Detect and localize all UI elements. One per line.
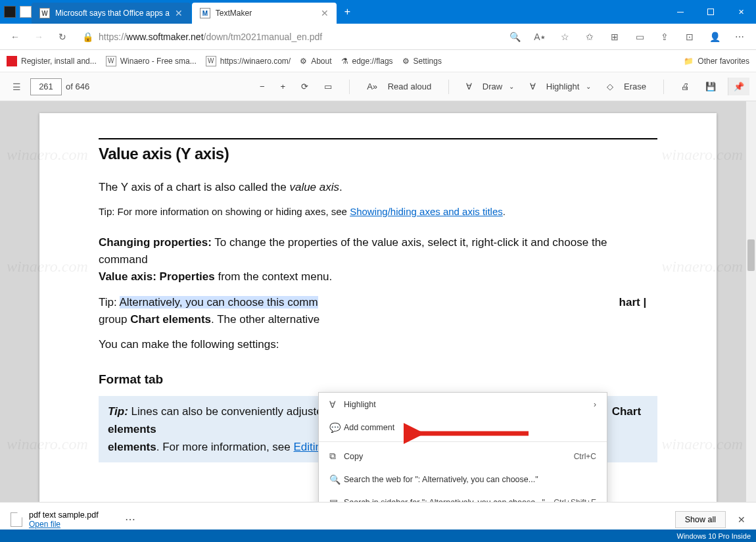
gear-icon: ⚙: [300, 57, 307, 66]
context-menu: ∀Highlight› 💬Add comment ⧉CopyCtrl+C 🔍Se…: [318, 392, 607, 502]
rotate-button[interactable]: ⟳: [297, 79, 312, 94]
maximize-button[interactable]: [696, 0, 726, 24]
erase-button[interactable]: ◇ Erase: [603, 79, 650, 94]
show-all-button[interactable]: Show all: [675, 511, 726, 528]
menu-item-copy[interactable]: ⧉CopyCtrl+C: [319, 445, 607, 468]
forward-button: →: [29, 27, 49, 47]
refresh-button[interactable]: ↻: [53, 27, 72, 47]
qr-button[interactable]: ▭: [628, 27, 651, 47]
bookmark-item[interactable]: Register, install and...: [7, 56, 97, 66]
annotation-arrow: [404, 422, 535, 445]
paragraph: Changing properties: To change the prope…: [99, 234, 657, 286]
bookmark-icon: W: [206, 56, 216, 66]
pdf-viewport[interactable]: Value axis (Y axis) The Y axis of a char…: [0, 101, 756, 502]
close-icon[interactable]: ✕: [738, 514, 745, 525]
bookmark-item[interactable]: WWinaero - Free sma...: [106, 56, 197, 66]
open-file-link[interactable]: Open file: [29, 520, 60, 529]
menu-item-highlight[interactable]: ∀Highlight›: [319, 393, 607, 416]
close-button[interactable]: ✕: [726, 0, 756, 24]
scroll-thumb[interactable]: [747, 239, 755, 271]
collections-button[interactable]: ⊞: [603, 27, 626, 47]
favorites-list-button[interactable]: ✩: [579, 27, 601, 47]
download-filename: pdf text sample.pdf: [29, 510, 99, 520]
download-item[interactable]: pdf text sample.pdf Open file ⋯: [11, 510, 135, 529]
watermark: winaero.com: [7, 258, 88, 276]
profile-button[interactable]: 👤: [703, 27, 726, 47]
bookmark-item[interactable]: Whttps://winaero.com/: [206, 56, 291, 66]
highlighter-icon: ∀: [530, 82, 536, 91]
text-selection: Alternatively, you can choose this comm: [120, 296, 318, 308]
read-button[interactable]: A٭: [529, 27, 551, 47]
print-button[interactable]: 🖨: [677, 79, 694, 94]
draw-button[interactable]: ∀ Draw ⌄: [462, 79, 518, 94]
page-heading: Value axis (Y axis): [99, 145, 657, 163]
app-icon: [4, 6, 16, 18]
bookmark-icon: W: [106, 56, 116, 66]
close-icon[interactable]: ✕: [175, 8, 183, 18]
sidebar-button[interactable]: ⊡: [678, 27, 701, 47]
paragraph: Tip: For more information on showing or …: [99, 204, 657, 219]
zoom-in-button[interactable]: +: [277, 79, 290, 94]
pdf-toolbar: ☰ 261 of 646 − + ⟳ ▭ A» Read aloud ∀ Dra…: [0, 72, 756, 101]
section-heading: Format tab: [99, 372, 657, 387]
menu-item-search-web[interactable]: 🔍Search the web for ": Alternatively, yo…: [319, 468, 607, 491]
bookmarks-bar: Register, install and... WWinaero - Free…: [0, 50, 756, 72]
read-aloud-button[interactable]: A» Read aloud: [363, 79, 435, 94]
fit-page-button[interactable]: ▭: [320, 79, 336, 94]
back-button[interactable]: ←: [5, 27, 25, 47]
watermark: winaero.com: [661, 258, 743, 276]
chevron-down-icon: ⌄: [586, 83, 591, 90]
menu-button[interactable]: ⋯: [728, 27, 751, 47]
chevron-right-icon: ›: [594, 400, 596, 409]
other-favorites[interactable]: 📁Other favorites: [684, 57, 749, 66]
tab-title: Microsoft says that Office apps a: [55, 9, 170, 18]
copy-icon: ⧉: [329, 451, 344, 462]
watermark: winaero.com: [7, 146, 88, 164]
tab-title: TextMaker: [216, 9, 252, 18]
bookmark-item[interactable]: ⚙Settings: [402, 57, 442, 66]
window-titlebar: W Microsoft says that Office apps a ✕ M …: [0, 0, 756, 24]
close-icon[interactable]: ✕: [321, 8, 329, 18]
paragraph: You can make the following settings:: [99, 336, 657, 353]
paragraph: The Y axis of a chart is also called the…: [99, 179, 657, 196]
os-label: Windows 10 Pro Inside: [677, 532, 751, 540]
search-icon: 🔍: [329, 474, 344, 485]
tab-inactive[interactable]: W Microsoft says that Office apps a ✕: [32, 3, 191, 24]
svg-rect-0: [677, 12, 684, 12]
menu-item-search-sidebar[interactable]: ▤Search in sidebar for ": Alternatively,…: [319, 491, 607, 502]
bookmark-item[interactable]: ⚙About: [300, 57, 331, 66]
bookmark-icon: [7, 56, 17, 66]
gear-icon: ⚙: [402, 57, 410, 66]
hyperlink[interactable]: Showing/hiding axes and axis titles: [350, 206, 503, 217]
flask-icon: ⚗: [341, 57, 348, 66]
speaker-icon: A»: [367, 82, 377, 91]
page-count: of 646: [66, 82, 89, 91]
page-number-input[interactable]: 261: [30, 78, 62, 95]
zoom-button[interactable]: 🔍: [504, 27, 526, 47]
address-bar: ← → ↻ 🔒 https://www.softmaker.net/down/t…: [0, 24, 756, 50]
favorite-button[interactable]: ☆: [554, 27, 576, 47]
tab-favicon: W: [39, 8, 50, 18]
pin-button[interactable]: 📌: [728, 78, 749, 95]
share-button[interactable]: ⇪: [653, 27, 676, 47]
paragraph: Tip: Alternatively, you can choose this …: [99, 294, 657, 329]
pen-icon: ∀: [466, 82, 472, 91]
new-tab-button[interactable]: +: [337, 0, 358, 24]
minimize-button[interactable]: [665, 0, 696, 24]
url-input[interactable]: 🔒 https://www.softmaker.net/down/tm2021m…: [76, 27, 500, 47]
url-scheme: https://: [99, 32, 126, 42]
url-path: /down/tm2021manual_en.pdf: [204, 32, 323, 42]
highlighter-icon: ∀: [329, 399, 344, 410]
watermark: winaero.com: [7, 435, 88, 453]
tab-active[interactable]: M TextMaker ✕: [192, 3, 337, 24]
bookmark-item[interactable]: ⚗edge://flags: [341, 57, 393, 66]
highlight-button[interactable]: ∀ Highlight ⌄: [526, 79, 595, 94]
save-button[interactable]: 💾: [701, 79, 720, 94]
folder-icon: 📁: [684, 57, 694, 66]
download-menu[interactable]: ⋯: [125, 513, 135, 526]
zoom-out-button[interactable]: −: [256, 79, 269, 94]
watermark: winaero.com: [661, 146, 743, 164]
scrollbar[interactable]: [746, 101, 756, 502]
comment-icon: 💬: [329, 422, 344, 433]
contents-button[interactable]: ☰: [7, 77, 26, 97]
